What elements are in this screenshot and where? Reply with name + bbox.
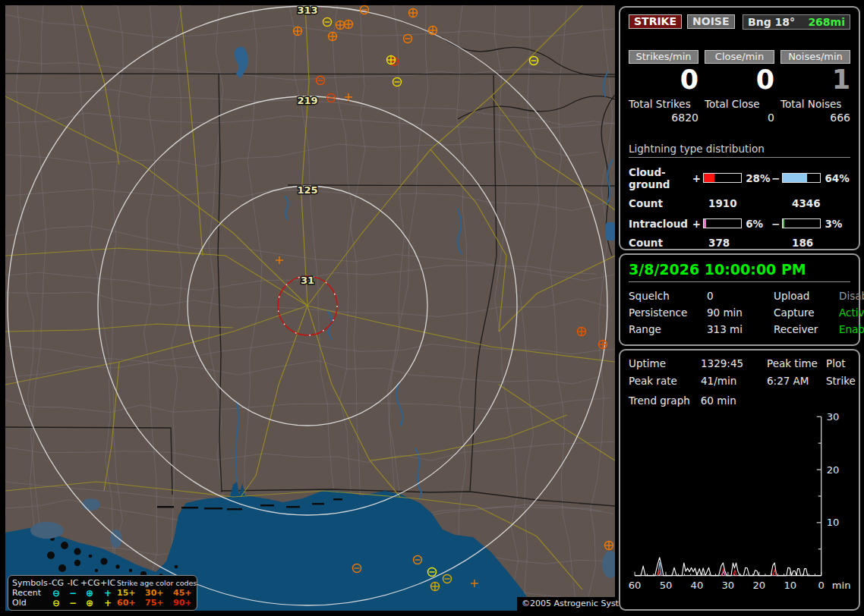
strike-marker-cgp — [336, 21, 345, 30]
trend-panel: Uptime 1329:45 Peak time Plot Peak rate … — [619, 349, 860, 611]
lightning-map: 31125219313 — [5, 5, 615, 611]
cloud-ground-row: Cloud-ground + 28% − 64% — [629, 166, 850, 190]
strike-marker-cgp — [599, 341, 607, 349]
capture-label: Capture — [774, 306, 839, 319]
total-noises-value: 666 — [780, 112, 850, 124]
trend-window-value: 60 min — [701, 394, 736, 407]
age-code-15: 15+ — [117, 589, 145, 598]
capture-value: Active — [839, 306, 864, 319]
upload-label: Upload — [774, 290, 839, 302]
range-value: 313 mi — [707, 323, 774, 335]
ic-neg-bar-fill — [783, 219, 784, 228]
map-area[interactable]: 31125219313 Symbols -CG -IC +CG +IC Stri… — [5, 5, 615, 611]
svg-text:40: 40 — [691, 580, 704, 591]
cg-neg-bar — [782, 173, 821, 183]
count-label: Count — [629, 197, 708, 209]
legend-age-header: Strike age color codes — [117, 579, 199, 588]
svg-text:min: min — [832, 580, 851, 591]
intracloud-count-row: Count 378 186 — [629, 237, 850, 249]
noise-mode-button[interactable]: NOISE — [687, 14, 734, 29]
svg-text:0: 0 — [818, 580, 825, 591]
ring-label-125: 125 — [297, 184, 317, 196]
trend-graph-label: Trend graph — [629, 394, 690, 407]
intracloud-label: Intracloud — [629, 218, 692, 230]
total-close-label: Total Close — [705, 98, 774, 110]
plot-label: Plot — [826, 357, 856, 369]
strikes-column: Strikes/min 0 Total Strikes 6820 — [629, 50, 698, 124]
noises-per-min-value: 1 — [780, 66, 850, 94]
cg-pos-count: 1910 — [708, 197, 792, 209]
age-code-75: 75+ — [145, 599, 173, 608]
total-close-value: 0 — [705, 112, 774, 124]
cg-pos-recent-icon: ⊕ — [80, 589, 99, 598]
legend-row-old: Old — [12, 599, 47, 608]
svg-text:50: 50 — [660, 580, 673, 591]
noises-per-min-button[interactable]: Noises/min — [780, 50, 850, 64]
cg-pos-bar — [703, 173, 742, 183]
legend-col-cg-pos: +CG — [80, 579, 99, 588]
persistence-label: Persistence — [629, 306, 707, 319]
strike-marker-cgp — [409, 9, 418, 17]
range-label: Range — [629, 323, 707, 335]
intracloud-row: Intracloud + 6% − 3% — [629, 218, 850, 230]
legend-row-recent: Recent — [12, 589, 47, 598]
strikes-per-min-value: 0 — [629, 66, 698, 94]
ic-pos-bar — [703, 218, 742, 228]
close-per-min-button[interactable]: Close/min — [705, 50, 774, 64]
ic-neg-recent-icon: − — [65, 589, 80, 598]
legend-col-ic-pos: +IC — [99, 579, 117, 588]
bearing-display: Bng 18° 268mi — [743, 14, 850, 30]
svg-text:30: 30 — [827, 411, 840, 423]
age-code-60: 60+ — [117, 599, 145, 608]
legend-col-cg-neg: -CG — [47, 579, 65, 588]
ic-neg-old-icon: − — [65, 599, 80, 608]
cg-neg-recent-icon: ⊖ — [47, 589, 65, 598]
ic-pos-old-icon: + — [99, 599, 117, 608]
plus-sign: + — [692, 218, 701, 230]
strike-mode-button[interactable]: STRIKE — [629, 14, 682, 29]
ring-label-31: 31 — [301, 275, 314, 286]
peak-rate-label: Peak rate — [629, 375, 701, 387]
total-strikes-label: Total Strikes — [629, 98, 698, 110]
count-label: Count — [629, 237, 708, 249]
noises-column: Noises/min 1 Total Noises 666 — [780, 50, 850, 124]
map-legend: Symbols -CG -IC +CG +IC Strike age color… — [8, 575, 197, 611]
svg-text:20: 20 — [827, 464, 840, 476]
minus-sign: − — [771, 172, 780, 184]
cg-pos-bar-fill — [704, 174, 714, 182]
cloud-ground-label: Cloud-ground — [629, 166, 692, 190]
ic-pos-recent-icon: + — [99, 589, 117, 598]
plot-mode-value: Strike — [826, 375, 856, 387]
svg-text:10: 10 — [784, 580, 796, 591]
uptime-value: 1329:45 — [701, 357, 767, 369]
ring-label-313: 313 — [297, 5, 317, 16]
receiver-label: Receiver — [774, 323, 839, 335]
minus-sign: − — [771, 218, 780, 230]
plus-sign: + — [692, 172, 701, 184]
ic-neg-bar — [782, 218, 821, 228]
upload-value: Disabled — [839, 290, 864, 302]
cg-pos-pct: 28% — [744, 172, 771, 184]
strike-marker-cgp — [431, 583, 440, 591]
trend-graph: 1020306050403020100min — [629, 408, 852, 593]
strike-marker-cgp — [429, 27, 437, 35]
total-noises-label: Total Noises — [780, 98, 850, 110]
ic-pos-pct: 6% — [744, 218, 771, 230]
cg-neg-bar-fill — [783, 174, 806, 182]
uptime-label: Uptime — [629, 357, 701, 369]
clock-display: 3/8/2026 10:00:00 PM — [629, 261, 850, 282]
strike-marker-cgp — [294, 27, 302, 36]
ic-pos-bar-fill — [704, 219, 706, 228]
receiver-value: Enabled — [839, 323, 864, 335]
squelch-label: Squelch — [629, 290, 707, 302]
total-strikes-value: 6820 — [629, 112, 698, 124]
age-code-45: 45+ — [173, 589, 199, 598]
age-code-30: 30+ — [145, 589, 173, 598]
strike-marker-cgp — [387, 56, 396, 64]
cg-neg-pct: 64% — [823, 172, 850, 184]
stats-panel: STRIKE NOISE Bng 18° 268mi Strikes/min 0… — [619, 6, 860, 250]
strikes-per-min-button[interactable]: Strikes/min — [629, 50, 698, 64]
svg-text:30: 30 — [722, 580, 735, 591]
strike-marker-cgp — [605, 542, 613, 550]
distribution-title: Lightning type distribution — [629, 143, 850, 158]
